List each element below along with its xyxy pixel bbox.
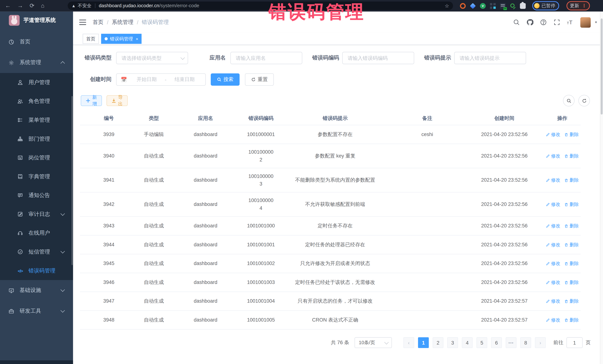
- delete-button[interactable]: 删除: [564, 241, 579, 248]
- start-date-placeholder[interactable]: 开始日期: [130, 76, 163, 83]
- home-icon[interactable]: ⌂: [41, 0, 45, 11]
- url-path[interactable]: /system/error-code: [159, 3, 199, 9]
- edit-button[interactable]: 修改: [546, 152, 560, 160]
- breadcrumb-system[interactable]: 系统管理: [112, 19, 133, 26]
- sidebar-item-14[interactable]: 基础设施: [0, 280, 73, 301]
- on-badge-extension-icon[interactable]: on: [500, 3, 506, 9]
- delete-button[interactable]: 删除: [564, 316, 579, 324]
- v-extension-icon[interactable]: v: [480, 3, 486, 9]
- reset-button[interactable]: 重置: [245, 73, 274, 86]
- search-icon[interactable]: [513, 19, 520, 26]
- sidebar-item-5[interactable]: 菜单管理: [0, 111, 73, 130]
- end-date-placeholder[interactable]: 结束日期: [168, 76, 201, 83]
- refresh-icon: [582, 98, 587, 103]
- sidebar-item-11[interactable]: 在线用户: [0, 223, 73, 243]
- export-button[interactable]: 导出: [106, 95, 128, 106]
- breadcrumb-home[interactable]: 首页: [93, 19, 104, 26]
- edit-button[interactable]: 修改: [546, 177, 560, 184]
- page-button-1[interactable]: 1: [418, 337, 429, 348]
- toggle-search-button[interactable]: [563, 95, 574, 106]
- github-icon[interactable]: [527, 19, 533, 26]
- edit-button[interactable]: 修改: [546, 298, 560, 305]
- browser-menu-icon[interactable]: ⋮: [582, 3, 587, 9]
- next-page-button[interactable]: ›: [535, 337, 546, 348]
- page-size-select[interactable]: 10条/页: [355, 337, 392, 348]
- sidebar-item-1[interactable]: 首页: [0, 32, 73, 52]
- page-button-6[interactable]: 6: [491, 337, 502, 348]
- delete-button[interactable]: 删除: [564, 260, 579, 267]
- app-name-input[interactable]: [235, 55, 298, 61]
- refresh-table-button[interactable]: [578, 95, 590, 106]
- sidebar-item-7[interactable]: 岗位管理: [0, 148, 73, 167]
- browser-update-button[interactable]: 更新 ⋮: [567, 1, 590, 10]
- chevron-down-icon[interactable]: ▾: [595, 20, 597, 24]
- delete-label: 删除: [570, 241, 579, 248]
- page-button-2[interactable]: 2: [433, 337, 443, 348]
- edit-button[interactable]: 修改: [546, 131, 560, 138]
- key-extension-icon[interactable]: [510, 3, 516, 9]
- url-host[interactable]: dashboard.yudao.iocoder.cn: [99, 3, 159, 9]
- hamburger-icon[interactable]: [79, 20, 86, 25]
- help-icon[interactable]: [540, 19, 547, 26]
- sidebar-item-4[interactable]: 角色管理: [0, 92, 73, 111]
- sidebar-item-9[interactable]: 通知公告: [0, 186, 73, 205]
- sidebar-item-15[interactable]: 研发工具: [0, 301, 73, 321]
- page-button-8[interactable]: 8: [520, 337, 531, 348]
- search-button[interactable]: 搜索: [211, 73, 240, 86]
- sidebar-item-6[interactable]: 部门管理: [0, 129, 73, 148]
- back-icon[interactable]: ←: [5, 0, 11, 11]
- edit-button[interactable]: 修改: [546, 241, 560, 248]
- delete-button[interactable]: 删除: [564, 131, 579, 138]
- bookmark-star-icon[interactable]: ☆: [445, 3, 449, 9]
- sidebar-item-3[interactable]: 用户管理: [0, 73, 73, 92]
- sidebar-item-2[interactable]: 系统管理: [0, 52, 73, 73]
- delete-button[interactable]: 删除: [564, 298, 579, 305]
- fullscreen-icon[interactable]: [554, 19, 560, 26]
- goto-page-input[interactable]: [567, 337, 583, 348]
- add-button[interactable]: 新增: [81, 95, 102, 106]
- sidebar-item-8[interactable]: 字典管理: [0, 167, 73, 186]
- more-pages-button[interactable]: •••: [506, 337, 517, 348]
- page-button-4[interactable]: 4: [462, 337, 473, 348]
- error-code-input[interactable]: [347, 55, 410, 61]
- date-range-picker[interactable]: 📅 开始日期 - 结束日期: [116, 73, 206, 86]
- delete-button[interactable]: 删除: [564, 177, 579, 184]
- forward-icon[interactable]: →: [17, 0, 23, 11]
- edit-button[interactable]: 修改: [546, 316, 560, 324]
- cell: 自动生成: [138, 220, 170, 232]
- grid-extension-icon[interactable]: [490, 3, 496, 9]
- edit-button[interactable]: 修改: [546, 279, 560, 286]
- scrollbar-thumb[interactable]: [601, 18, 603, 114]
- page-button-5[interactable]: 5: [476, 337, 487, 348]
- sidebar-item-12[interactable]: 短信管理: [0, 243, 73, 261]
- gem-extension-icon[interactable]: [470, 3, 476, 9]
- prev-page-button[interactable]: ‹: [403, 337, 414, 348]
- security-label[interactable]: 不安全: [78, 2, 92, 9]
- address-bar[interactable]: ▲ 不安全 dashboard.yudao.iocoder.cn /system…: [68, 1, 453, 10]
- edit-button[interactable]: 修改: [546, 260, 560, 267]
- user-avatar[interactable]: [580, 17, 591, 27]
- delete-button[interactable]: 删除: [564, 152, 579, 160]
- error-type-select-input[interactable]: [121, 55, 184, 61]
- tab-home[interactable]: 首页: [83, 34, 99, 44]
- puzzle-extension-icon[interactable]: [520, 3, 526, 9]
- reload-icon[interactable]: ⟳: [30, 0, 35, 11]
- sidebar-item-13[interactable]: </>错误码管理: [0, 261, 73, 280]
- edit-button[interactable]: 修改: [546, 222, 560, 230]
- close-icon[interactable]: ×: [136, 37, 138, 41]
- edit-button[interactable]: 修改: [546, 201, 560, 208]
- window-scrollbar[interactable]: [600, 11, 603, 364]
- tab-error-code[interactable]: 错误码管理 ×: [101, 34, 142, 44]
- sidebar-item-10[interactable]: 审计日志: [0, 205, 73, 224]
- ring-extension-icon[interactable]: [460, 3, 466, 9]
- delete-button[interactable]: 删除: [564, 201, 579, 208]
- browser-profile-badge[interactable]: 已暂停: [532, 1, 559, 10]
- delete-button[interactable]: 删除: [564, 222, 579, 230]
- sidebar-scrollbar[interactable]: [72, 96, 73, 265]
- font-size-icon[interactable]: TT: [567, 19, 574, 26]
- error-type-select[interactable]: [116, 52, 188, 64]
- delete-button[interactable]: 删除: [564, 279, 579, 286]
- app-logo-row[interactable]: 芋道管理系统: [0, 11, 73, 29]
- page-button-3[interactable]: 3: [447, 337, 458, 348]
- error-hint-input[interactable]: [459, 55, 522, 61]
